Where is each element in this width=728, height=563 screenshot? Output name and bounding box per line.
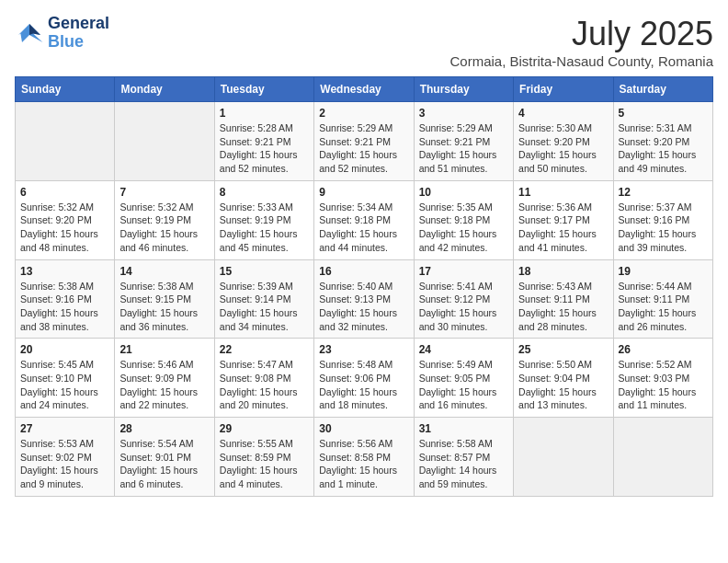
calendar-cell: 30Sunrise: 5:56 AM Sunset: 8:58 PM Dayli… <box>314 418 414 497</box>
calendar-cell: 14Sunrise: 5:38 AM Sunset: 9:15 PM Dayli… <box>115 259 214 339</box>
day-info: Sunrise: 5:48 AM Sunset: 9:06 PM Dayligh… <box>319 358 408 412</box>
calendar-cell: 1Sunrise: 5:28 AM Sunset: 9:21 PM Daylig… <box>214 102 313 181</box>
calendar-week-row: 20Sunrise: 5:45 AM Sunset: 9:10 PM Dayli… <box>16 339 713 418</box>
calendar-cell: 2Sunrise: 5:29 AM Sunset: 9:21 PM Daylig… <box>314 102 414 181</box>
weekday-header: Monday <box>115 77 214 102</box>
svg-marker-1 <box>29 24 40 35</box>
day-number: 5 <box>619 107 708 120</box>
day-number: 17 <box>419 265 508 278</box>
main-title: July 2025 <box>449 15 713 53</box>
day-number: 19 <box>619 265 708 278</box>
day-number: 18 <box>518 265 608 278</box>
calendar-cell: 5Sunrise: 5:31 AM Sunset: 9:20 PM Daylig… <box>613 102 712 181</box>
day-number: 6 <box>20 186 109 199</box>
day-number: 14 <box>119 265 209 278</box>
day-info: Sunrise: 5:44 AM Sunset: 9:11 PM Dayligh… <box>619 280 708 334</box>
calendar-week-row: 6Sunrise: 5:32 AM Sunset: 9:20 PM Daylig… <box>16 180 713 259</box>
calendar-cell: 29Sunrise: 5:55 AM Sunset: 8:59 PM Dayli… <box>214 418 313 497</box>
day-info: Sunrise: 5:38 AM Sunset: 9:15 PM Dayligh… <box>119 280 209 334</box>
calendar-cell: 20Sunrise: 5:45 AM Sunset: 9:10 PM Dayli… <box>16 339 115 418</box>
day-info: Sunrise: 5:32 AM Sunset: 9:19 PM Dayligh… <box>119 201 209 255</box>
day-info: Sunrise: 5:30 AM Sunset: 9:20 PM Dayligh… <box>518 121 608 176</box>
calendar-week-row: 27Sunrise: 5:53 AM Sunset: 9:02 PM Dayli… <box>16 418 713 497</box>
calendar-cell: 6Sunrise: 5:32 AM Sunset: 9:20 PM Daylig… <box>16 180 115 259</box>
day-info: Sunrise: 5:35 AM Sunset: 9:18 PM Dayligh… <box>419 201 508 255</box>
day-number: 20 <box>20 343 109 356</box>
weekday-header: Saturday <box>613 77 712 102</box>
day-number: 28 <box>119 422 209 435</box>
day-number: 26 <box>619 343 708 356</box>
calendar-cell: 19Sunrise: 5:44 AM Sunset: 9:11 PM Dayli… <box>613 259 712 339</box>
calendar-cell: 16Sunrise: 5:40 AM Sunset: 9:13 PM Dayli… <box>314 259 414 339</box>
calendar-cell: 13Sunrise: 5:38 AM Sunset: 9:16 PM Dayli… <box>16 259 115 339</box>
day-info: Sunrise: 5:29 AM Sunset: 9:21 PM Dayligh… <box>419 121 508 176</box>
logo: General Blue <box>15 15 109 52</box>
day-info: Sunrise: 5:46 AM Sunset: 9:09 PM Dayligh… <box>119 358 209 412</box>
day-number: 24 <box>419 343 508 356</box>
day-number: 30 <box>319 422 408 435</box>
calendar-cell: 24Sunrise: 5:49 AM Sunset: 9:05 PM Dayli… <box>414 339 513 418</box>
calendar-week-row: 13Sunrise: 5:38 AM Sunset: 9:16 PM Dayli… <box>16 259 713 339</box>
calendar-cell: 18Sunrise: 5:43 AM Sunset: 9:11 PM Dayli… <box>514 259 613 339</box>
title-block: July 2025 Cormaia, Bistrita-Nasaud Count… <box>449 15 713 69</box>
day-info: Sunrise: 5:38 AM Sunset: 9:16 PM Dayligh… <box>20 280 109 334</box>
day-number: 31 <box>419 422 508 435</box>
day-info: Sunrise: 5:37 AM Sunset: 9:16 PM Dayligh… <box>619 201 708 255</box>
day-number: 27 <box>20 422 109 435</box>
calendar-cell: 12Sunrise: 5:37 AM Sunset: 9:16 PM Dayli… <box>613 180 712 259</box>
day-number: 1 <box>220 107 309 120</box>
day-info: Sunrise: 5:34 AM Sunset: 9:18 PM Dayligh… <box>319 201 408 255</box>
day-number: 10 <box>419 186 508 199</box>
day-number: 15 <box>220 265 309 278</box>
calendar-cell: 4Sunrise: 5:30 AM Sunset: 9:20 PM Daylig… <box>514 102 613 181</box>
day-info: Sunrise: 5:32 AM Sunset: 9:20 PM Dayligh… <box>20 201 109 255</box>
logo-line1: General <box>48 15 109 33</box>
day-number: 8 <box>220 186 309 199</box>
calendar-cell <box>16 102 115 181</box>
day-number: 13 <box>20 265 109 278</box>
day-number: 22 <box>220 343 309 356</box>
calendar-cell: 26Sunrise: 5:52 AM Sunset: 9:03 PM Dayli… <box>613 339 712 418</box>
page-header: General Blue July 2025 Cormaia, Bistrita… <box>15 15 713 69</box>
calendar-cell: 7Sunrise: 5:32 AM Sunset: 9:19 PM Daylig… <box>115 180 214 259</box>
weekday-header: Tuesday <box>214 77 313 102</box>
calendar-cell: 3Sunrise: 5:29 AM Sunset: 9:21 PM Daylig… <box>414 102 513 181</box>
calendar-cell: 28Sunrise: 5:54 AM Sunset: 9:01 PM Dayli… <box>115 418 214 497</box>
calendar-cell: 9Sunrise: 5:34 AM Sunset: 9:18 PM Daylig… <box>314 180 414 259</box>
weekday-header: Wednesday <box>314 77 414 102</box>
weekday-header: Friday <box>514 77 613 102</box>
calendar-cell: 21Sunrise: 5:46 AM Sunset: 9:09 PM Dayli… <box>115 339 214 418</box>
day-info: Sunrise: 5:49 AM Sunset: 9:05 PM Dayligh… <box>419 358 508 412</box>
day-number: 7 <box>119 186 209 199</box>
day-info: Sunrise: 5:31 AM Sunset: 9:20 PM Dayligh… <box>619 121 708 176</box>
calendar-cell: 11Sunrise: 5:36 AM Sunset: 9:17 PM Dayli… <box>514 180 613 259</box>
day-info: Sunrise: 5:33 AM Sunset: 9:19 PM Dayligh… <box>220 201 309 255</box>
calendar-cell: 15Sunrise: 5:39 AM Sunset: 9:14 PM Dayli… <box>214 259 313 339</box>
calendar-week-row: 1Sunrise: 5:28 AM Sunset: 9:21 PM Daylig… <box>16 102 713 181</box>
day-info: Sunrise: 5:40 AM Sunset: 9:13 PM Dayligh… <box>319 280 408 334</box>
calendar-cell: 17Sunrise: 5:41 AM Sunset: 9:12 PM Dayli… <box>414 259 513 339</box>
subtitle: Cormaia, Bistrita-Nasaud County, Romania <box>449 53 713 69</box>
day-info: Sunrise: 5:55 AM Sunset: 8:59 PM Dayligh… <box>220 437 309 491</box>
day-info: Sunrise: 5:52 AM Sunset: 9:03 PM Dayligh… <box>619 358 708 412</box>
day-info: Sunrise: 5:45 AM Sunset: 9:10 PM Dayligh… <box>20 358 109 412</box>
calendar-cell: 8Sunrise: 5:33 AM Sunset: 9:19 PM Daylig… <box>214 180 313 259</box>
day-number: 3 <box>419 107 508 120</box>
day-info: Sunrise: 5:36 AM Sunset: 9:17 PM Dayligh… <box>518 201 608 255</box>
day-number: 25 <box>518 343 608 356</box>
calendar-cell <box>514 418 613 497</box>
calendar-cell: 10Sunrise: 5:35 AM Sunset: 9:18 PM Dayli… <box>414 180 513 259</box>
day-number: 16 <box>319 265 408 278</box>
weekday-header-row: SundayMondayTuesdayWednesdayThursdayFrid… <box>16 77 713 102</box>
day-number: 29 <box>220 422 309 435</box>
weekday-header: Sunday <box>16 77 115 102</box>
day-number: 4 <box>518 107 608 120</box>
day-info: Sunrise: 5:41 AM Sunset: 9:12 PM Dayligh… <box>419 280 508 334</box>
day-info: Sunrise: 5:53 AM Sunset: 9:02 PM Dayligh… <box>20 437 109 491</box>
day-info: Sunrise: 5:43 AM Sunset: 9:11 PM Dayligh… <box>518 280 608 334</box>
calendar-cell: 25Sunrise: 5:50 AM Sunset: 9:04 PM Dayli… <box>514 339 613 418</box>
day-number: 2 <box>319 107 408 120</box>
day-info: Sunrise: 5:28 AM Sunset: 9:21 PM Dayligh… <box>220 121 309 176</box>
calendar-cell: 22Sunrise: 5:47 AM Sunset: 9:08 PM Dayli… <box>214 339 313 418</box>
day-info: Sunrise: 5:56 AM Sunset: 8:58 PM Dayligh… <box>319 437 408 491</box>
